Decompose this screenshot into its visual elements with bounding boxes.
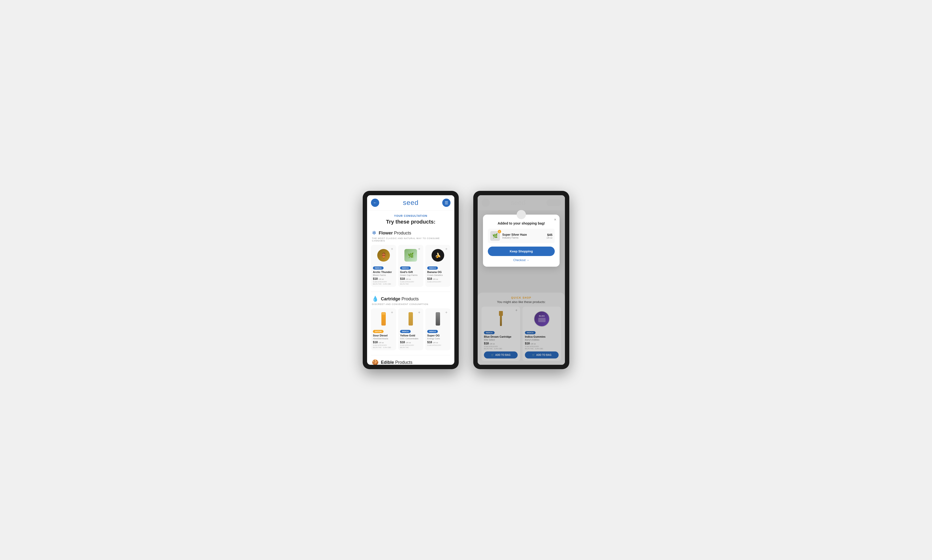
sour-diesel-subcategory: SUBCATEGORY — [373, 345, 394, 346]
section-divider-2 — [371, 355, 451, 355]
banana-og-subcategory: SUBCATEGORY — [427, 281, 449, 283]
app-logo: seed — [403, 199, 419, 207]
flower-subtitle: THE MOST CLASSIC AND NATURAL WAY TO CONS… — [371, 237, 451, 242]
cart-item-emoji: 🌿 — [492, 233, 498, 238]
product-card-arctic-thunder[interactable]: + 🏺 INDICA Arctic Thunder Bloom Farms $1… — [371, 245, 396, 287]
add-super-og-btn[interactable]: + — [444, 310, 449, 315]
left-tablet: ← seed ☰ YOUR CONSULTATION Try these pro… — [363, 191, 459, 369]
super-og-img — [436, 312, 440, 326]
yellow-gold-strain: INDICA — [400, 330, 411, 333]
sour-diesel-thc: 88.2% THC — [373, 347, 382, 348]
banana-og-price-row: $18 1/8 oz — [427, 277, 449, 280]
modal-title: Added to your shopping bag! — [488, 222, 555, 225]
arctic-thunder-weight: 1/8 oz — [378, 278, 384, 280]
right-back-btn — [481, 198, 490, 207]
right-logo: seed — [511, 199, 526, 207]
yellow-gold-subcategory: SUBCATEGORY — [400, 345, 421, 346]
arctic-thunder-farm: Bloom Farms — [373, 274, 394, 276]
arctic-thunder-cbd: 0.0% CBD — [383, 283, 391, 285]
arctic-thunder-price: $18 — [373, 277, 378, 280]
yellow-gold-farm: GSC Concentrates — [400, 337, 421, 340]
flower-category-header: ❄ Flower Products — [371, 230, 451, 236]
cartridge-category-title: Cartridge Products — [381, 297, 419, 302]
add-yellow-gold-btn[interactable]: + — [417, 310, 421, 315]
edible-icon: 🍪 — [372, 359, 378, 365]
edible-category-header: 🍪 Edible Products — [371, 359, 451, 365]
flower-icon: ❄ — [372, 230, 376, 236]
super-og-price: $18 — [427, 340, 432, 344]
product-card-gods-gift[interactable]: + 🌿 INDICA God's Gift Green Cap Farms $1… — [398, 245, 423, 287]
app-header: ← seed ☰ — [367, 195, 454, 211]
yellow-gold-price-row: $18 1/8 oz — [400, 340, 421, 344]
flower-category-title: Flower Products — [379, 231, 411, 236]
modal-overlay: × Added to your shopping bag! 🌿 1 Super … — [478, 195, 565, 365]
add-arctic-thunder-btn[interactable]: + — [390, 247, 394, 251]
arctic-thunder-subcategory: SUBCATEGORY — [373, 281, 394, 283]
cart-item-price: $45 1/8 oz — [546, 233, 552, 239]
add-sour-diesel-btn[interactable]: + — [390, 310, 394, 315]
yellow-gold-price: $18 — [400, 340, 405, 344]
cart-item-row: 🌿 1 Super Silver Haze Industry Farms $45… — [488, 229, 555, 243]
super-og-strain: INDICA — [427, 330, 438, 333]
banana-og-weight: 1/8 oz — [433, 278, 438, 280]
sour-diesel-farm: AbsoluteXtracts — [373, 337, 394, 340]
cart-item-price-value: $45 — [546, 233, 552, 237]
edible-section: 🍪 Edible Products — [371, 359, 451, 365]
menu-button[interactable]: ☰ — [442, 198, 451, 207]
right-tablet: seed × Added to your shopping bag! 🌿 1 — [473, 191, 569, 369]
menu-icon: ☰ — [445, 200, 448, 205]
cartridge-subtitle: DISCREET AND CONVENIENT CONSUMPTION — [371, 303, 451, 305]
gods-gift-price: $18 — [400, 277, 405, 280]
main-content: YOUR CONSULTATION Try these products: ❄ … — [367, 211, 454, 365]
banana-og-farm: Crown Genetics — [427, 274, 449, 276]
cart-item-name: Super Silver Haze — [502, 233, 544, 236]
product-card-banana-og[interactable]: + 🍌 INDICA Banana OG Crown Genetics $18 … — [425, 245, 451, 287]
yellow-gold-thc: 88.2% THC — [400, 347, 409, 348]
banana-og-name: Banana OG — [427, 271, 449, 274]
add-gods-gift-btn[interactable]: + — [417, 247, 421, 251]
right-screen: seed × Added to your shopping bag! 🌿 1 — [478, 195, 565, 365]
banana-og-price: $18 — [427, 277, 432, 280]
sour-diesel-price-row: $18 1/8 oz — [373, 340, 394, 344]
edible-category-title: Edible Products — [381, 360, 412, 365]
arctic-thunder-strain: INDICA — [373, 266, 384, 269]
cartridge-category-header: 💧 Cartridge Products — [371, 296, 451, 302]
sour-diesel-thc-cbd: 88.2% THC 0.0% CBD — [373, 347, 394, 348]
modal-close-button[interactable]: × — [554, 217, 556, 222]
cart-item-info: Super Silver Haze Industry Farms — [502, 233, 544, 239]
product-card-yellow-gold[interactable]: + INDICA Yellow Gold GSC Concentrates $1… — [398, 308, 423, 350]
cart-item-image: 🌿 1 — [490, 231, 500, 241]
gods-gift-thc-cbd: 88.2% THC — [400, 283, 421, 285]
checkout-link[interactable]: Checkout → — [488, 258, 555, 262]
sour-diesel-name: Sour Diesel — [373, 334, 394, 337]
sour-diesel-img — [381, 312, 386, 326]
flower-section: ❄ Flower Products THE MOST CLASSIC AND N… — [371, 230, 451, 287]
sour-diesel-cbd: 0.0% CBD — [383, 347, 391, 348]
left-screen: ← seed ☰ YOUR CONSULTATION Try these pro… — [367, 195, 454, 365]
yellow-gold-weight: 1/8 oz — [406, 342, 411, 344]
super-og-weight: 1/8 oz — [433, 342, 438, 344]
cart-item-weight: 1/8 oz — [546, 237, 552, 239]
back-button[interactable]: ← — [371, 198, 379, 207]
arctic-thunder-img: 🏺 — [377, 249, 390, 262]
product-card-sour-diesel[interactable]: + SATIVA Sour Diesel AbsoluteXtracts — [371, 308, 396, 350]
arctic-thunder-thc-cbd: 88.2% THC 0.0% CBD — [373, 283, 394, 285]
right-cart-btn — [546, 199, 561, 206]
yellow-gold-img — [409, 312, 413, 326]
arctic-thunder-thc: 88.2% THC — [373, 283, 382, 285]
sour-diesel-weight: 1/8 oz — [378, 342, 384, 344]
keep-shopping-button[interactable]: Keep Shopping — [488, 246, 555, 256]
flower-products-grid: + 🏺 INDICA Arctic Thunder Bloom Farms $1… — [371, 245, 451, 287]
super-og-price-row: $18 1/8 oz — [427, 340, 449, 344]
cart-item-badge: 1 — [498, 230, 501, 233]
product-card-super-og[interactable]: + INDICA Super OG Energy Carts $18 1/8 o… — [425, 308, 451, 350]
right-screen-bg: seed × Added to your shopping bag! 🌿 1 — [478, 195, 565, 365]
add-banana-og-btn[interactable]: + — [444, 247, 449, 251]
sour-diesel-price: $18 — [373, 340, 378, 344]
super-og-farm: Energy Carts — [427, 337, 449, 340]
gods-gift-name: God's Gift — [400, 271, 421, 274]
yellow-gold-name: Yellow Gold — [400, 334, 421, 337]
cart-item-farm: Industry Farms — [502, 236, 544, 239]
back-icon: ← — [373, 200, 377, 205]
gods-gift-subcategory: SUBCATEGORY — [400, 281, 421, 283]
